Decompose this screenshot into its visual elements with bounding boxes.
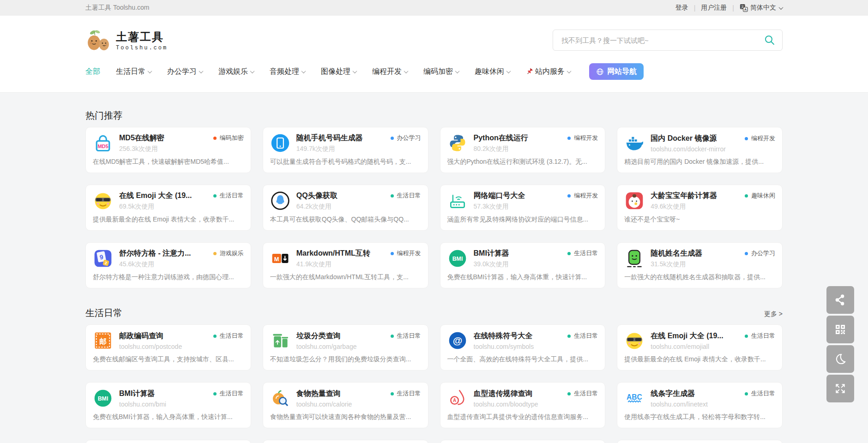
chevron-down-icon — [506, 69, 511, 73]
tag-dot — [567, 137, 571, 140]
nav-item-label: 音频处理 — [270, 67, 299, 77]
qrcode-button[interactable] — [826, 316, 854, 343]
nav-item-编码加密[interactable]: 编码加密 — [423, 67, 459, 77]
svg-text:MD5: MD5 — [97, 144, 108, 149]
md5-lock-icon: MD5 — [93, 133, 113, 153]
tool-tag: 生活日常 — [745, 389, 775, 398]
tool-tag: 生活日常 — [567, 332, 598, 340]
separator: | — [732, 4, 734, 12]
qq-penguin-icon — [270, 191, 290, 211]
register-link[interactable]: 用户注册 — [701, 4, 727, 12]
tag-dot — [745, 252, 748, 255]
tool-card[interactable] — [85, 440, 251, 443]
tool-subtitle: 256.3k次使用 — [119, 145, 244, 153]
tool-card[interactable]: ABC 线条字生成器 生活日常 toolshu.com/linetext 使用线… — [617, 382, 783, 428]
tool-desc: 免费在线邮编区号查询工具，支持按城市、区县... — [93, 355, 244, 364]
tool-desc: 一款强大的在线Markdown/HTML互转工具，支... — [270, 273, 421, 281]
nav-item-编程开发[interactable]: 编程开发 — [372, 67, 408, 77]
tool-card[interactable]: 垃圾分类查询 生活日常 toolshu.com/garbage 不知道垃圾怎么分… — [263, 324, 428, 371]
share-button[interactable] — [826, 286, 854, 314]
tool-desc: 不知道垃圾怎么分？用我们的免费垃圾分类查询... — [270, 355, 421, 364]
tool-subtitle: 80.2k次使用 — [474, 145, 598, 153]
emoji-cool-icon — [93, 191, 113, 211]
logo-subtitle: Toolshu.com — [116, 45, 168, 51]
tag-dot — [213, 137, 217, 140]
chevron-down-icon — [567, 69, 572, 73]
svg-text:ABC: ABC — [627, 393, 642, 401]
site-directory-button[interactable]: 网站导航 — [589, 63, 644, 80]
abc-linetext-icon: ABC — [624, 388, 645, 408]
tool-card[interactable]: 食物热量查询 生活日常 toolshu.com/calorie 食物热量查询可以… — [263, 382, 428, 428]
nav-item-趣味休闲[interactable]: 趣味休闲 — [475, 67, 510, 77]
more-link[interactable]: 更多 > — [764, 310, 783, 318]
tool-card[interactable]: 随机手机号码生成器 办公学习 149.7k次使用 可以批量生成符合手机号码格式的… — [263, 127, 428, 173]
tool-card[interactable] — [440, 440, 606, 443]
tool-card[interactable]: 随机姓名生成器 办公学习 31.5k次使用 一款强大的在线随机姓名生成器和抽取器… — [617, 242, 783, 288]
nav-item-游戏娱乐[interactable]: 游戏娱乐 — [218, 67, 254, 77]
topbar: 土薯工具 Toolshu.com 登录 | 用户注册 | 文A 简体中文 — [0, 0, 868, 16]
tool-card[interactable]: 大龄宝宝年龄计算器 趣味休闲 49.6k次使用 谁还不是个宝宝呀~ — [617, 185, 783, 231]
nav-item-label: 生活日常 — [116, 67, 145, 77]
tool-desc: 谁还不是个宝宝呀~ — [624, 216, 775, 224]
tool-card[interactable]: 在线 Emoji 大全 (19... 生活日常 69.5k次使用 提供最新最全的… — [85, 185, 251, 231]
tool-title: 国内 Docker 镜像源 — [651, 134, 717, 144]
site-directory-label: 网站导航 — [607, 67, 637, 77]
phone-icon — [270, 133, 290, 153]
tool-card[interactable]: 网络端口号大全 编程开发 57.3k次使用 涵盖所有常见及特殊网络协议对应的端口… — [440, 185, 606, 231]
tool-card[interactable] — [263, 440, 428, 443]
nav-item-站内服务[interactable]: 站内服务 — [526, 67, 571, 77]
tool-desc: 使用线条字在线生成工具，轻松将字母和数字转... — [624, 413, 775, 421]
dark-mode-moon-button[interactable] — [826, 345, 854, 373]
tool-title: 食物热量查询 — [296, 389, 341, 399]
tool-title: 随机手机号码生成器 — [296, 133, 363, 143]
tool-subtitle: toolshu.com/symbols — [474, 343, 598, 350]
svg-text:M: M — [274, 256, 279, 263]
tool-card[interactable]: MD5 MD5在线解密 编码加密 256.3k次使用 在线MD5解密工具，快速破… — [85, 127, 251, 173]
tool-card[interactable]: 邮 邮政编码查询 生活日常 toolshu.com/postcode 免费在线邮… — [85, 324, 251, 371]
nav-item-all[interactable]: 全部 — [85, 67, 100, 77]
nav-item-label: 趣味休闲 — [475, 67, 504, 77]
tool-card[interactable]: BMI BMI计算器 生活日常 39.0k次使用 免费在线BMI计算器，输入身高… — [440, 242, 606, 288]
login-link[interactable]: 登录 — [675, 4, 688, 12]
nav-item-图像处理[interactable]: 图像处理 — [321, 67, 356, 77]
tag-dot — [213, 252, 217, 255]
tool-tag: 生活日常 — [391, 389, 421, 398]
tool-card[interactable] — [617, 440, 783, 443]
translate-icon: 文A — [740, 4, 748, 12]
search-input[interactable] — [553, 30, 783, 51]
tool-card[interactable]: 在线 Emoji 大全 (19... 生活日常 toolshu.com/emoj… — [617, 324, 783, 371]
baby-face-icon — [624, 191, 645, 211]
tool-desc: 在线MD5解密工具，快速破解解密MD5哈希值... — [93, 158, 244, 166]
nav-item-生活日常[interactable]: 生活日常 — [116, 67, 151, 77]
tool-tag: 编程开发 — [745, 134, 775, 143]
svg-text:A: A — [452, 398, 456, 403]
tool-tag: 生活日常 — [391, 192, 421, 200]
tool-card[interactable]: A 血型遗传规律查询 生活日常 toolshu.com/bloodtype 血型… — [440, 382, 606, 428]
tag-dot — [567, 335, 571, 338]
tool-card[interactable]: @ 在线特殊符号大全 生活日常 toolshu.com/symbols 一个全面… — [440, 324, 606, 371]
language-selector[interactable]: 文A 简体中文 — [740, 4, 783, 12]
nav-item-音频处理[interactable]: 音频处理 — [270, 67, 305, 77]
tool-card[interactable]: Python在线运行 编程开发 80.2k次使用 强大的Python在线运行和测… — [440, 127, 606, 173]
tag-dot — [391, 252, 394, 255]
nav-item-办公学习[interactable]: 办公学习 — [167, 67, 203, 77]
tool-card[interactable]: M Markdown/HTML互转 编程开发 41.9k次使用 一款强大的在线M… — [263, 242, 428, 288]
tool-title: 血型遗传规律查询 — [474, 389, 533, 399]
tool-card[interactable]: 国内 Docker 镜像源 编程开发 toolshu.com/docker-mi… — [617, 127, 783, 173]
tool-desc: 一个全面、高效的在线特殊符号大全工具，提供... — [447, 355, 598, 364]
tag-label: 生活日常 — [574, 389, 598, 398]
category-nav: 全部 生活日常办公学习游戏娱乐音频处理图像处理编程开发编码加密趣味休闲站内服务 … — [85, 63, 783, 80]
tool-card[interactable]: BMI BMI计算器 生活日常 toolshu.com/bmi 免费在线BMI计… — [85, 382, 251, 428]
tag-label: 编程开发 — [751, 134, 775, 143]
svg-text:邮: 邮 — [99, 337, 107, 345]
tag-label: 生活日常 — [220, 192, 244, 200]
tool-card[interactable]: 92 舒尔特方格 - 注意力... 游戏娱乐 45.6k次使用 舒尔特方格是一种… — [85, 242, 251, 288]
tool-subtitle: 149.7k次使用 — [296, 145, 421, 153]
fullscreen-button[interactable] — [826, 375, 854, 402]
tool-card[interactable]: QQ头像获取 生活日常 64.2k次使用 本工具可在线获取QQ头像、QQ邮箱头像… — [263, 185, 428, 231]
site-logo[interactable]: 土薯工具 Toolshu.com — [85, 29, 168, 52]
qrcode-icon — [833, 322, 848, 337]
search-icon[interactable] — [764, 35, 775, 48]
chevron-down-icon — [148, 69, 152, 73]
tool-title: BMI计算器 — [474, 249, 509, 258]
